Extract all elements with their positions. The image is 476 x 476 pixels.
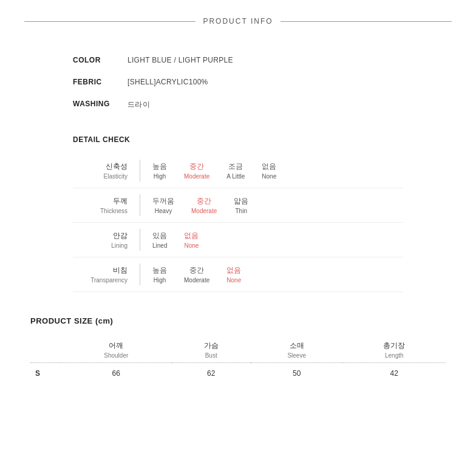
elasticity-options: 높음 High 중간 Moderate 조금 A Little 없음 None xyxy=(152,161,276,181)
lining-korean: 안감 xyxy=(73,230,127,241)
size-table-row-s: S 66 62 50 42 xyxy=(30,363,446,384)
transparency-korean: 비침 xyxy=(73,265,127,276)
elasticity-option-alittle: 조금 A Little xyxy=(226,161,245,181)
size-s-bust: 62 xyxy=(172,363,251,384)
lining-english: Lining xyxy=(73,241,127,250)
elasticity-english: Elasticity xyxy=(73,172,127,181)
lining-option-none: 없음 None xyxy=(184,230,199,250)
lining-option-lined: 있음 Lined xyxy=(152,230,167,250)
thickness-option-thin: 얇음 Thin xyxy=(234,195,248,216)
thickness-english: Thickness xyxy=(73,206,127,216)
transparency-row: 비침 Transparency 높음 High 중간 Moderate 없음 N… xyxy=(73,257,403,292)
color-row: COLOR LIGHT BLUE / LIGHT PURPLE xyxy=(73,56,403,64)
thickness-option-moderate: 중간 Moderate xyxy=(191,195,217,216)
lining-divider xyxy=(140,229,140,251)
elasticity-category: 신축성 Elasticity xyxy=(73,161,140,181)
size-s-sleeve: 50 xyxy=(251,363,343,384)
thickness-korean: 두께 xyxy=(73,195,127,206)
lining-category: 안감 Lining xyxy=(73,230,140,250)
detail-check-title: DETAIL CHECK xyxy=(73,135,403,144)
color-value: LIGHT BLUE / LIGHT PURPLE xyxy=(127,56,233,64)
thickness-divider xyxy=(140,194,140,216)
thickness-options: 두꺼움 Heavy 중간 Moderate 얇음 Thin xyxy=(152,195,248,216)
transparency-option-moderate: 중간 Moderate xyxy=(184,265,209,285)
size-col-header-shoulder: 어깨 Shoulder xyxy=(61,338,172,363)
size-title: PRODUCT SIZE (cm) xyxy=(30,316,446,325)
elasticity-option-none: 없음 None xyxy=(262,161,276,181)
product-info-section: COLOR LIGHT BLUE / LIGHT PURPLE FEBRIC [… xyxy=(0,38,476,135)
size-col-header-sleeve: 소매 Sleeve xyxy=(251,338,343,363)
transparency-divider xyxy=(140,264,140,285)
fabric-value: [SHELL]ACRYLIC100% xyxy=(127,78,208,86)
lining-options: 있음 Lined 없음 None xyxy=(152,230,199,250)
product-size-section: PRODUCT SIZE (cm) 어깨 Shoulder 가슴 Bust 소매 xyxy=(0,298,476,396)
size-table: 어깨 Shoulder 가슴 Bust 소매 Sleeve 총기장 Length xyxy=(30,338,446,384)
thickness-row: 두께 Thickness 두꺼움 Heavy 중간 Moderate 얇음 Th… xyxy=(73,188,403,223)
fabric-label: FEBRIC xyxy=(73,78,127,86)
color-label: COLOR xyxy=(73,56,127,64)
detail-check-section: DETAIL CHECK 신축성 Elasticity 높음 High 중간 M… xyxy=(0,135,476,298)
header-line-left xyxy=(24,21,195,22)
elasticity-row: 신축성 Elasticity 높음 High 중간 Moderate 조금 A … xyxy=(73,154,403,188)
size-s-shoulder: 66 xyxy=(61,363,172,384)
washing-label: WASHING xyxy=(73,100,127,108)
size-table-header-row: 어깨 Shoulder 가슴 Bust 소매 Sleeve 총기장 Length xyxy=(30,338,446,363)
elasticity-divider xyxy=(140,160,140,182)
size-col-header-length: 총기장 Length xyxy=(343,338,446,363)
elasticity-option-high: 높음 High xyxy=(152,161,167,181)
transparency-options: 높음 High 중간 Moderate 없음 None xyxy=(152,265,241,285)
transparency-option-none: 없음 None xyxy=(226,265,241,285)
transparency-option-high: 높음 High xyxy=(152,265,167,285)
elasticity-option-moderate: 중간 Moderate xyxy=(184,161,209,181)
washing-row: WASHING 드라이 xyxy=(73,100,403,110)
transparency-category: 비침 Transparency xyxy=(73,265,140,285)
washing-value: 드라이 xyxy=(127,100,150,110)
size-s-label: S xyxy=(30,363,61,384)
elasticity-korean: 신축성 xyxy=(73,161,127,172)
size-col-header-bust: 가슴 Bust xyxy=(172,338,251,363)
section-header: PRODUCT INFO xyxy=(0,0,476,38)
size-col-header-blank xyxy=(30,338,61,363)
page-container: PRODUCT INFO COLOR LIGHT BLUE / LIGHT PU… xyxy=(0,0,476,476)
size-s-length: 42 xyxy=(343,363,446,384)
header-line-right xyxy=(280,21,452,22)
thickness-category: 두께 Thickness xyxy=(73,195,140,216)
fabric-row: FEBRIC [SHELL]ACRYLIC100% xyxy=(73,78,403,86)
transparency-english: Transparency xyxy=(73,276,127,285)
header-title: PRODUCT INFO xyxy=(203,17,273,25)
lining-row: 안감 Lining 있음 Lined 없음 None xyxy=(73,223,403,257)
thickness-option-heavy: 두꺼움 Heavy xyxy=(152,195,174,216)
